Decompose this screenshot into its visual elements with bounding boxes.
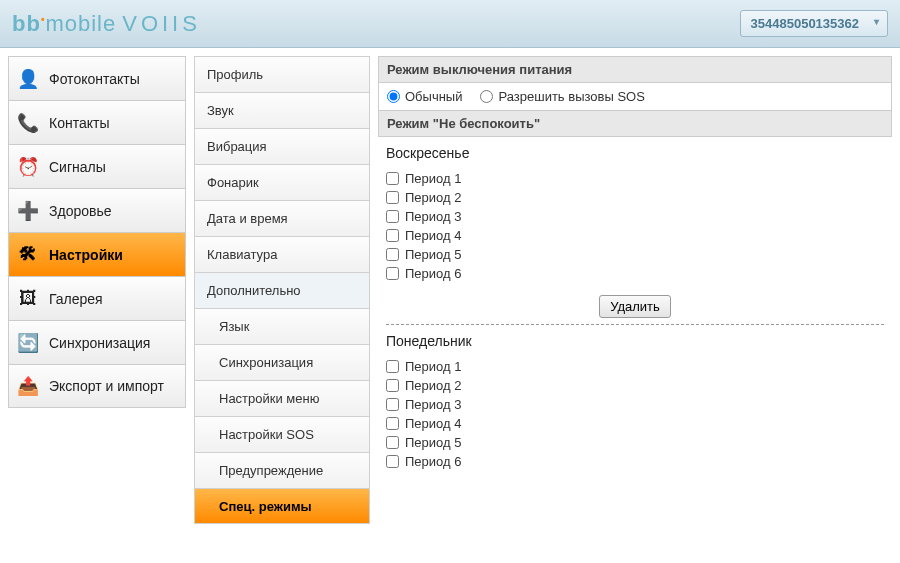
period-checkbox[interactable] bbox=[386, 248, 399, 261]
nav-label: Экспорт и импорт bbox=[49, 378, 164, 394]
nav-sync[interactable]: 🔄Синхронизация bbox=[8, 320, 186, 364]
period-row: Период 5 bbox=[386, 433, 884, 452]
period-checkbox[interactable] bbox=[386, 210, 399, 223]
delete-button[interactable]: Удалить bbox=[599, 295, 671, 318]
day-title: Понедельник bbox=[386, 333, 884, 349]
day-block: ПонедельникПериод 1Период 2Период 3Перио… bbox=[378, 325, 892, 475]
period-label: Период 2 bbox=[405, 378, 461, 393]
nav-health-icon: ➕ bbox=[17, 200, 39, 222]
nav-label: Сигналы bbox=[49, 159, 106, 175]
subnav-item[interactable]: Дополнительно bbox=[194, 272, 370, 308]
period-row: Период 3 bbox=[386, 395, 884, 414]
logo: bb•mobile VOIIS bbox=[12, 11, 201, 37]
subnav-item[interactable]: Язык bbox=[194, 308, 370, 344]
period-label: Период 3 bbox=[405, 397, 461, 412]
day-block: ВоскресеньеПериод 1Период 2Период 3Перио… bbox=[378, 137, 892, 287]
period-label: Период 5 bbox=[405, 435, 461, 450]
subnav-item[interactable]: Фонарик bbox=[194, 164, 370, 200]
day-title: Воскресенье bbox=[386, 145, 884, 161]
logo-voiis: VOIIS bbox=[122, 11, 201, 37]
nav-settings-icon: 🛠 bbox=[17, 244, 39, 266]
period-checkbox[interactable] bbox=[386, 379, 399, 392]
radio-normal[interactable]: Обычный bbox=[387, 89, 462, 104]
period-row: Период 2 bbox=[386, 188, 884, 207]
subnav-item[interactable]: Звук bbox=[194, 92, 370, 128]
nav-signals[interactable]: ⏰Сигналы bbox=[8, 144, 186, 188]
period-row: Период 4 bbox=[386, 414, 884, 433]
period-row: Период 3 bbox=[386, 207, 884, 226]
nav-label: Здоровье bbox=[49, 203, 112, 219]
subnav-item[interactable]: Предупреждение bbox=[194, 452, 370, 488]
nav-label: Контакты bbox=[49, 115, 109, 131]
power-mode-header: Режим выключения питания bbox=[378, 56, 892, 83]
radio-sos[interactable]: Разрешить вызовы SOS bbox=[480, 89, 644, 104]
radio-sos-label: Разрешить вызовы SOS bbox=[498, 89, 644, 104]
period-checkbox[interactable] bbox=[386, 360, 399, 373]
nav-export[interactable]: 📤Экспорт и импорт bbox=[8, 364, 186, 408]
content-area: Режим выключения питания Обычный Разреши… bbox=[378, 56, 892, 524]
power-mode-radios: Обычный Разрешить вызовы SOS bbox=[378, 83, 892, 111]
nav-gallery[interactable]: 🖼Галерея bbox=[8, 276, 186, 320]
period-label: Период 2 bbox=[405, 190, 461, 205]
nav-sync-icon: 🔄 bbox=[17, 332, 39, 354]
radio-normal-label: Обычный bbox=[405, 89, 462, 104]
nav-contacts[interactable]: 📞Контакты bbox=[8, 100, 186, 144]
period-checkbox[interactable] bbox=[386, 229, 399, 242]
logo-bb: bb•mobile bbox=[12, 11, 116, 37]
subnav-item[interactable]: Настройки меню bbox=[194, 380, 370, 416]
nav-label: Галерея bbox=[49, 291, 103, 307]
period-label: Период 1 bbox=[405, 171, 461, 186]
nav-settings[interactable]: 🛠Настройки bbox=[8, 232, 186, 276]
nav-gallery-icon: 🖼 bbox=[17, 288, 39, 310]
subnav-item[interactable]: Спец. режимы bbox=[194, 488, 370, 524]
period-row: Период 4 bbox=[386, 226, 884, 245]
period-label: Период 4 bbox=[405, 228, 461, 243]
secondary-nav: ПрофильЗвукВибрацияФонарикДата и времяКл… bbox=[194, 56, 370, 524]
period-row: Период 1 bbox=[386, 169, 884, 188]
radio-normal-input[interactable] bbox=[387, 90, 400, 103]
period-checkbox[interactable] bbox=[386, 436, 399, 449]
period-label: Период 6 bbox=[405, 266, 461, 281]
nav-photo-contacts-icon: 👤 bbox=[17, 68, 39, 90]
subnav-item[interactable]: Вибрация bbox=[194, 128, 370, 164]
period-label: Период 3 bbox=[405, 209, 461, 224]
primary-nav: 👤Фотоконтакты📞Контакты⏰Сигналы➕Здоровье🛠… bbox=[8, 56, 186, 524]
period-row: Период 6 bbox=[386, 452, 884, 471]
subnav-item[interactable]: Синхронизация bbox=[194, 344, 370, 380]
radio-sos-input[interactable] bbox=[480, 90, 493, 103]
nav-contacts-icon: 📞 bbox=[17, 112, 39, 134]
subnav-item[interactable]: Профиль bbox=[194, 56, 370, 92]
nav-label: Настройки bbox=[49, 247, 123, 263]
period-checkbox[interactable] bbox=[386, 172, 399, 185]
period-label: Период 6 bbox=[405, 454, 461, 469]
period-row: Период 6 bbox=[386, 264, 884, 283]
header: bb•mobile VOIIS 354485050135362 bbox=[0, 0, 900, 48]
period-checkbox[interactable] bbox=[386, 267, 399, 280]
period-label: Период 5 bbox=[405, 247, 461, 262]
delete-row: Удалить bbox=[386, 287, 884, 325]
subnav-item[interactable]: Дата и время bbox=[194, 200, 370, 236]
nav-label: Фотоконтакты bbox=[49, 71, 140, 87]
period-checkbox[interactable] bbox=[386, 191, 399, 204]
nav-health[interactable]: ➕Здоровье bbox=[8, 188, 186, 232]
nav-signals-icon: ⏰ bbox=[17, 156, 39, 178]
period-checkbox[interactable] bbox=[386, 455, 399, 468]
device-selector[interactable]: 354485050135362 bbox=[740, 10, 888, 37]
period-label: Период 4 bbox=[405, 416, 461, 431]
period-row: Период 2 bbox=[386, 376, 884, 395]
period-checkbox[interactable] bbox=[386, 417, 399, 430]
subnav-item[interactable]: Клавиатура bbox=[194, 236, 370, 272]
period-row: Период 5 bbox=[386, 245, 884, 264]
subnav-item[interactable]: Настройки SOS bbox=[194, 416, 370, 452]
period-row: Период 1 bbox=[386, 357, 884, 376]
nav-photo-contacts[interactable]: 👤Фотоконтакты bbox=[8, 56, 186, 100]
period-checkbox[interactable] bbox=[386, 398, 399, 411]
nav-label: Синхронизация bbox=[49, 335, 150, 351]
period-label: Период 1 bbox=[405, 359, 461, 374]
nav-export-icon: 📤 bbox=[17, 375, 39, 397]
dnd-header: Режим "Не беспокоить" bbox=[378, 111, 892, 137]
